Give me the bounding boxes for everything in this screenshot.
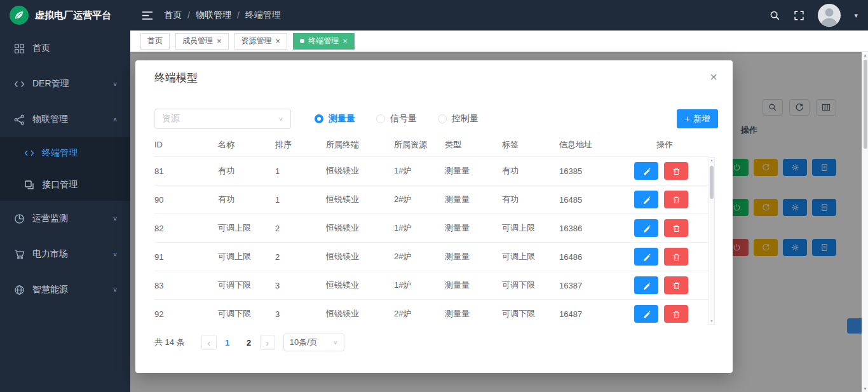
add-button[interactable]: + 新增: [677, 109, 718, 128]
page-scrollbar-thumb[interactable]: [864, 60, 867, 149]
close-icon[interactable]: ×: [217, 37, 222, 45]
scroll-down-icon[interactable]: ▼: [864, 387, 867, 391]
next-page-button[interactable]: ›: [260, 335, 275, 350]
delete-button[interactable]: [664, 248, 688, 266]
radio-signal[interactable]: 信号量: [376, 113, 417, 125]
cell-terminal: 恒锐镁业: [326, 194, 394, 205]
delete-button[interactable]: [664, 191, 688, 208]
terminal-model-dialog: 终端模型 × 资源 ∨ 测量量 信号量 控制量: [135, 60, 733, 373]
page-button-1[interactable]: 1: [219, 338, 236, 348]
layers-icon: [24, 180, 35, 191]
cell-address: 16485: [559, 195, 634, 205]
table-scrollbar[interactable]: ▲ ▼: [709, 157, 715, 325]
breadcrumb-item-iot[interactable]: 物联管理: [196, 10, 231, 21]
tab-resource-management[interactable]: 资源管理 ×: [234, 33, 288, 50]
cell-sort: 2: [275, 224, 326, 233]
table-scrollbar-thumb[interactable]: [710, 166, 714, 199]
page-size-select[interactable]: 10条/页 ∨: [283, 334, 344, 351]
cell-sort: 1: [275, 195, 326, 205]
tab-home[interactable]: 首页: [140, 33, 170, 50]
delete-button[interactable]: [664, 305, 688, 323]
caret-down-icon[interactable]: ▾: [854, 11, 858, 20]
table-row: 91 可调上限 2 恒锐镁业 2#炉 测量量 可调上限 16486: [154, 243, 709, 271]
scroll-up-icon[interactable]: ▲: [864, 53, 867, 57]
dialog-title: 终端模型: [154, 71, 198, 86]
cell-type: 测量量: [445, 222, 502, 234]
tab-member-management[interactable]: 成员管理 ×: [175, 33, 229, 50]
tab-terminal-management[interactable]: 终端管理 ×: [293, 33, 355, 50]
radio-label: 控制量: [452, 113, 478, 125]
sidebar-item-label: 终端管理: [42, 147, 78, 159]
terminal-model-table: ID 名称 排序 所属终端 所属资源 类型 标签 信息地址 操作 81 有功 1: [154, 133, 715, 325]
breadcrumb-separator: /: [187, 10, 190, 20]
cell-id: 90: [154, 195, 218, 205]
edit-button[interactable]: [634, 219, 658, 237]
chevron-down-icon: ∨: [333, 339, 338, 346]
table-row: 82 可调上限 2 恒锐镁业 1#炉 测量量 可调上限 16386: [154, 214, 709, 243]
chevron-up-icon: ∧: [112, 116, 118, 123]
cell-tag: 可调上限: [502, 222, 559, 234]
close-icon[interactable]: ×: [342, 37, 348, 45]
edit-button[interactable]: [634, 248, 658, 266]
app-logo-icon: [10, 6, 29, 25]
radio-control[interactable]: 控制量: [438, 113, 478, 125]
breadcrumb-item-home[interactable]: 首页: [164, 10, 182, 21]
cell-resource: 2#炉: [394, 308, 445, 320]
sidebar-item-iot[interactable]: 物联管理 ∧: [0, 102, 130, 137]
fullscreen-icon[interactable]: [794, 10, 804, 21]
plus-icon: +: [685, 114, 690, 123]
page-size-value: 10条/页: [290, 337, 318, 348]
scroll-up-icon[interactable]: ▲: [710, 159, 714, 162]
sidebar-item-monitor[interactable]: 运营监测 ∨: [0, 201, 130, 236]
cell-sort: 3: [275, 281, 326, 290]
prev-page-button[interactable]: ‹: [201, 335, 217, 350]
page-button-2[interactable]: 2: [240, 338, 258, 348]
edit-button[interactable]: [634, 162, 658, 180]
menu-toggle-icon[interactable]: [142, 11, 153, 20]
sidebar-item-terminal[interactable]: 终端管理: [0, 137, 130, 169]
edit-button[interactable]: [634, 305, 658, 323]
chevron-down-icon: ∨: [112, 215, 118, 222]
cell-resource: 2#炉: [394, 194, 445, 205]
scroll-down-icon[interactable]: ▼: [710, 320, 714, 323]
cart-icon: [14, 249, 25, 260]
radio-measurement[interactable]: 测量量: [315, 113, 355, 125]
sidebar-item-home[interactable]: 首页: [0, 30, 130, 66]
sidebar-item-market[interactable]: 电力市场 ∨: [0, 236, 130, 272]
sidebar-item-energy[interactable]: 智慧能源 ∨: [0, 272, 130, 308]
dialog-close-button[interactable]: ×: [710, 71, 717, 83]
close-icon[interactable]: ×: [276, 37, 281, 45]
avatar[interactable]: [818, 4, 841, 27]
cell-actions: [634, 276, 709, 294]
search-icon[interactable]: [770, 10, 780, 21]
table-row: 83 可调下限 3 恒锐镁业 1#炉 测量量 可调下限 16387: [154, 271, 709, 300]
delete-button[interactable]: [664, 219, 688, 237]
table-row: 81 有功 1 恒锐镁业 1#炉 测量量 有功 16385: [154, 157, 709, 186]
edit-button[interactable]: [634, 276, 658, 294]
page-scrollbar[interactable]: ▲ ▼: [862, 52, 868, 392]
topbar: 首页 / 物联管理 / 终端管理 ▾: [130, 0, 868, 30]
column-header-name: 名称: [218, 139, 275, 151]
dialog-header: 终端模型 ×: [135, 60, 733, 86]
sidebar-item-der[interactable]: DER管理 ∨: [0, 66, 130, 102]
delete-button[interactable]: [664, 162, 688, 180]
cell-id: 81: [154, 166, 218, 176]
cell-resource: 1#炉: [394, 222, 445, 234]
cell-actions: [634, 162, 709, 180]
column-header-tag: 标签: [502, 139, 559, 151]
sidebar-item-interface[interactable]: 接口管理: [0, 169, 130, 201]
cell-sort: 1: [275, 166, 326, 176]
add-button-label: 新增: [693, 113, 710, 125]
sidebar: 虚拟电厂运营平台 首页 DER管理 ∨ 物联管理 ∧ 终端管理: [0, 0, 130, 392]
cell-name: 可调下限: [218, 280, 275, 291]
cell-tag: 可调下限: [502, 280, 559, 291]
delete-button[interactable]: [664, 276, 688, 294]
cell-address: 16385: [559, 166, 634, 176]
app-title: 虚拟电厂运营平台: [35, 10, 111, 22]
table-row: 92 可调下限 3 恒锐镁业 2#炉 测量量 可调下限 16487: [154, 300, 709, 325]
pagination: 共 14 条 ‹ 1 2 › 10条/页 ∨: [154, 334, 717, 351]
resource-select[interactable]: 资源 ∨: [154, 109, 291, 129]
cell-resource: 1#炉: [394, 280, 445, 291]
edit-button[interactable]: [634, 191, 658, 208]
cell-sort: 3: [275, 309, 326, 319]
